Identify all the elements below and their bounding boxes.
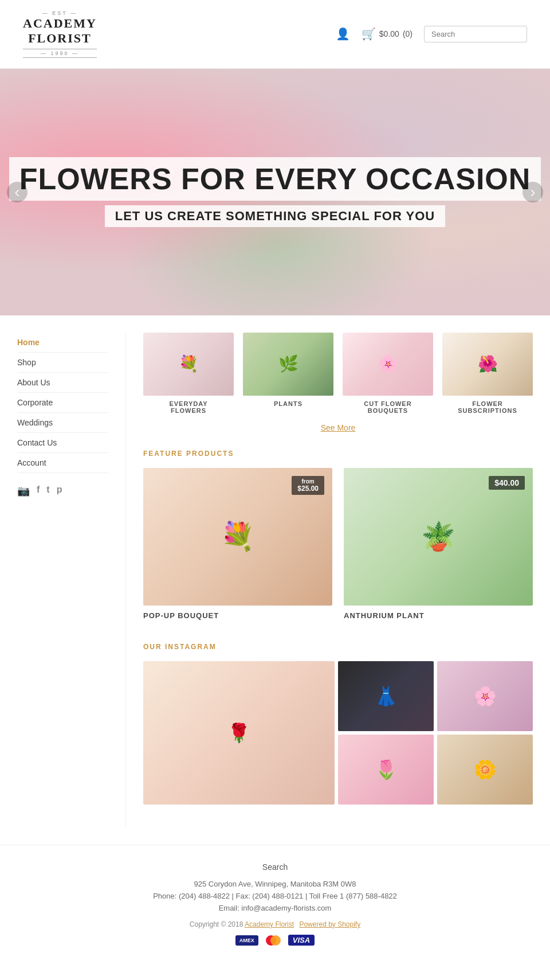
product-anthurium[interactable]: 🪴 $40.00 ANTHURIUM PLANT — [344, 468, 533, 620]
category-grid: 💐 EVERYDAYFLOWERS 🌿 PLANTS 🌸 CUT FLOWERB… — [143, 333, 533, 414]
instagram-image-1[interactable]: 🌹 — [143, 661, 335, 805]
logo[interactable]: — EST — ACADEMY FLORIST — 1990 — — [23, 10, 97, 58]
category-cutflower-image: 🌸 — [343, 333, 433, 396]
category-everyday-image: 💐 — [143, 333, 234, 396]
product-popup-price: from$25.00 — [292, 476, 324, 495]
sidebar-item-home[interactable]: Home — [17, 333, 108, 353]
instagram-section-title: OUR INSTAGRAM — [143, 643, 533, 651]
header-right: 👤 🛒 $0.00 (0) — [336, 26, 527, 42]
instagram-grid: 🌹 👗 🌸 🌷 🌼 — [143, 661, 533, 805]
hero-text: FLOWERS FOR EVERY OCCASION LET US CREATE… — [0, 157, 550, 227]
hero-banner: ‹ FLOWERS FOR EVERY OCCASION LET US CREA… — [0, 69, 550, 315]
hero-subtitle: LET US CREATE SOMETHING SPECIAL FOR YOU — [105, 205, 446, 227]
facebook-icon[interactable]: f — [37, 485, 40, 497]
footer-email: Email: info@academy-florists.com — [23, 904, 527, 912]
instagram-image-4[interactable]: 🌷 — [338, 735, 434, 805]
product-popup-bouquet[interactable]: 💐 from$25.00 POP-UP BOUQUET — [143, 468, 332, 620]
instagram-icon[interactable]: 📷 — [17, 485, 30, 497]
footer-payments: AMEX VISA — [23, 934, 527, 947]
footer-brand-link[interactable]: Academy Florist — [245, 920, 294, 928]
logo-year: — 1990 — — [23, 49, 97, 58]
user-icon[interactable]: 👤 — [336, 27, 350, 41]
category-plants[interactable]: 🌿 PLANTS — [243, 333, 333, 414]
footer-shopify-link[interactable]: Powered by Shopify — [299, 920, 360, 928]
cart-price: $0.00 — [379, 29, 399, 38]
products-grid: 💐 from$25.00 POP-UP BOUQUET 🪴 $40.00 ANT… — [143, 468, 533, 620]
category-plants-label: PLANTS — [243, 400, 333, 407]
category-everyday-label: EVERYDAYFLOWERS — [143, 400, 234, 414]
instagram-image-2[interactable]: 👗 — [338, 661, 434, 731]
pinterest-icon[interactable]: p — [57, 485, 62, 497]
sidebar-nav: Home Shop About Us Corporate Weddings Co… — [17, 333, 108, 473]
product-anthurium-price: $40.00 — [489, 476, 525, 490]
cart-icon: 🛒 — [362, 27, 376, 41]
category-subscriptions-label: FLOWERSUBSCRIPTIONS — [442, 400, 533, 414]
footer-search[interactable]: Search — [23, 862, 527, 872]
sidebar-item-weddings[interactable]: Weddings — [17, 413, 108, 433]
logo-est: — EST — — [23, 10, 97, 16]
see-more-link[interactable]: See More — [143, 423, 533, 432]
sidebar-item-corporate[interactable]: Corporate — [17, 393, 108, 413]
header: — EST — ACADEMY FLORIST — 1990 — 👤 🛒 $0.… — [0, 0, 550, 69]
sidebar-item-account[interactable]: Account — [17, 453, 108, 473]
footer: Search 925 Corydon Ave, Winnipeg, Manito… — [0, 845, 550, 964]
cart-area[interactable]: 🛒 $0.00 (0) — [362, 27, 412, 41]
category-subscriptions-image: 🌺 — [442, 333, 533, 396]
amex-badge: AMEX — [235, 935, 258, 946]
svg-point-1 — [270, 935, 281, 946]
category-cut-flower[interactable]: 🌸 CUT FLOWERBOUQUETS — [343, 333, 433, 414]
sidebar-item-contact[interactable]: Contact Us — [17, 433, 108, 453]
featured-section-title: FEATURE PRODUCTS — [143, 450, 533, 458]
footer-search-link[interactable]: Search — [262, 862, 288, 872]
hero-title: FLOWERS FOR EVERY OCCASION — [9, 157, 541, 201]
social-icons: 📷 f t p — [17, 485, 108, 497]
instagram-image-5[interactable]: 🌼 — [437, 735, 533, 805]
sidebar-item-about[interactable]: About Us — [17, 373, 108, 393]
category-everyday-flowers[interactable]: 💐 EVERYDAYFLOWERS — [143, 333, 234, 414]
hero-next-button[interactable]: › — [522, 182, 543, 202]
twitter-icon[interactable]: t — [46, 485, 49, 497]
footer-phone: Phone: (204) 488-4822 | Fax: (204) 488-0… — [23, 892, 527, 900]
shop-area: 💐 EVERYDAYFLOWERS 🌿 PLANTS 🌸 CUT FLOWERB… — [126, 333, 550, 827]
category-plants-image: 🌿 — [243, 333, 333, 396]
sidebar-item-shop[interactable]: Shop — [17, 353, 108, 373]
cart-count: (0) — [403, 29, 412, 38]
instagram-image-3[interactable]: 🌸 — [437, 661, 533, 731]
visa-badge: VISA — [288, 935, 315, 946]
search-input[interactable] — [424, 26, 527, 42]
logo-title: ACADEMY FLORIST — [23, 16, 97, 46]
footer-copyright: Copyright © 2018 Academy Florist Powered… — [23, 920, 527, 928]
footer-address: 925 Corydon Ave, Winnipeg, Manitoba R3M … — [23, 880, 527, 888]
product-anthurium-name: ANTHURIUM PLANT — [344, 611, 533, 620]
product-popup-name: POP-UP BOUQUET — [143, 611, 332, 620]
sidebar: Home Shop About Us Corporate Weddings Co… — [0, 333, 126, 827]
category-cutflower-label: CUT FLOWERBOUQUETS — [343, 400, 433, 414]
main-content: Home Shop About Us Corporate Weddings Co… — [0, 315, 550, 845]
category-subscriptions[interactable]: 🌺 FLOWERSUBSCRIPTIONS — [442, 333, 533, 414]
hero-prev-button[interactable]: ‹ — [7, 182, 28, 202]
mastercard-badge — [263, 934, 284, 947]
